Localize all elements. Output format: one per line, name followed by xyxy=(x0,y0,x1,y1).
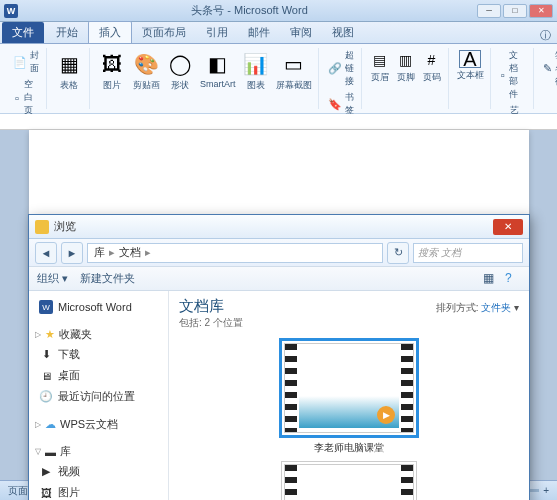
chart-button[interactable]: 📊图表 xyxy=(240,48,272,94)
maximize-button[interactable]: □ xyxy=(503,4,527,18)
dialog-nav: ◄ ► 库▸ 文档▸ ↻ 搜索 文档 xyxy=(29,239,529,267)
quickparts-button[interactable]: ▫文档部件 xyxy=(497,48,529,102)
window-title: 头条号 - Microsoft Word xyxy=(22,3,477,18)
sidebar-favorites[interactable]: ▷★收藏夹 xyxy=(33,325,164,344)
screenshot-button[interactable]: ▭屏幕截图 xyxy=(274,48,314,94)
file-item[interactable] xyxy=(281,461,417,500)
dialog-titlebar: 浏览 ✕ xyxy=(29,215,529,239)
sidebar-pictures[interactable]: 🖼图片 xyxy=(33,482,164,500)
tab-mailings[interactable]: 邮件 xyxy=(238,22,280,43)
file-item[interactable]: ▶ 李老师电脑课堂 xyxy=(279,338,419,455)
dialog-title: 浏览 xyxy=(54,219,493,234)
ribbon-tabs: 文件 开始 插入 页面布局 引用 邮件 审阅 视图 ⓘ xyxy=(0,22,557,44)
refresh-button[interactable]: ↻ xyxy=(387,242,409,264)
shapes-button[interactable]: ◯形状 xyxy=(164,48,196,94)
sidebar-recent[interactable]: 🕘最近访问的位置 xyxy=(33,386,164,407)
newfolder-button[interactable]: 新建文件夹 xyxy=(80,271,135,286)
app-icon: W xyxy=(4,4,18,18)
sidebar-word[interactable]: WMicrosoft Word xyxy=(33,297,164,317)
sidebar-downloads[interactable]: ⬇下载 xyxy=(33,344,164,365)
zoom-in-icon[interactable]: + xyxy=(543,485,549,496)
help-button[interactable]: ? xyxy=(505,271,521,287)
view-button[interactable]: ▦ xyxy=(483,271,499,287)
header-button[interactable]: ▤页眉 xyxy=(368,48,392,86)
library-title: 文档库 xyxy=(179,297,243,316)
sidebar-wpscloud[interactable]: ▷☁WPS云文档 xyxy=(33,415,164,434)
smartart-button[interactable]: ◧SmartArt xyxy=(198,48,238,91)
minimize-button[interactable]: ─ xyxy=(477,4,501,18)
search-input[interactable]: 搜索 文档 xyxy=(413,243,523,263)
library-subtitle: 包括: 2 个位置 xyxy=(179,316,243,330)
breadcrumb[interactable]: 库▸ 文档▸ xyxy=(87,243,383,263)
textbox-button[interactable]: A文本框 xyxy=(455,48,486,84)
sidebar-desktop[interactable]: 🖥桌面 xyxy=(33,365,164,386)
blank-page-button[interactable]: ▫空白页 xyxy=(10,77,42,118)
help-icon[interactable]: ⓘ xyxy=(540,28,551,43)
pagenumber-button[interactable]: #页码 xyxy=(420,48,444,86)
cover-page-button[interactable]: 📄封面 xyxy=(10,48,42,76)
table-button[interactable]: ▦表格 xyxy=(53,48,85,94)
sort-by[interactable]: 排列方式: 文件夹 ▾ xyxy=(436,301,519,315)
sidebar-videos[interactable]: ▶视频 xyxy=(33,461,164,482)
tab-review[interactable]: 审阅 xyxy=(280,22,322,43)
dialog-toolbar: 组织 ▾ 新建文件夹 ▦ ? xyxy=(29,267,529,291)
dialog-sidebar: WMicrosoft Word ▷★收藏夹 ⬇下载 🖥桌面 🕘最近访问的位置 ▷… xyxy=(29,291,169,500)
browse-dialog: 浏览 ✕ ◄ ► 库▸ 文档▸ ↻ 搜索 文档 组织 ▾ 新建文件夹 ▦ ? W… xyxy=(28,214,530,500)
tab-file[interactable]: 文件 xyxy=(2,22,44,43)
hyperlink-button[interactable]: 🔗超链接 xyxy=(325,48,357,89)
folder-icon xyxy=(35,220,49,234)
close-button[interactable]: ✕ xyxy=(529,4,553,18)
footer-button[interactable]: ▥页脚 xyxy=(394,48,418,86)
window-titlebar: W 头条号 - Microsoft Word ─ □ ✕ xyxy=(0,0,557,22)
sidebar-libraries[interactable]: ▽▬库 xyxy=(33,442,164,461)
dialog-main: 文档库 包括: 2 个位置 排列方式: 文件夹 ▾ ▶ 李老师电脑课堂 xyxy=(169,291,529,500)
picture-button[interactable]: 🖼图片 xyxy=(96,48,128,94)
clipart-button[interactable]: 🎨剪贴画 xyxy=(130,48,162,94)
file-name: 李老师电脑课堂 xyxy=(279,438,419,455)
document-area: 学课堂，专门系统讲解电脑知识，软件使用技巧，欢迎关注。头条号：李老师电脑教学课堂… xyxy=(0,130,557,480)
tab-pagelayout[interactable]: 页面布局 xyxy=(132,22,196,43)
dialog-close-button[interactable]: ✕ xyxy=(493,219,523,235)
signature-button[interactable]: ✎签名行 xyxy=(540,48,557,89)
organize-button[interactable]: 组织 ▾ xyxy=(37,271,68,286)
tab-references[interactable]: 引用 xyxy=(196,22,238,43)
back-button[interactable]: ◄ xyxy=(35,242,57,264)
play-icon: ▶ xyxy=(377,406,395,424)
ribbon: 📄封面 ▫空白页 ┅分页 ▦表格 🖼图片 🎨剪贴画 ◯形状 ◧SmartArt … xyxy=(0,44,557,114)
tab-home[interactable]: 开始 xyxy=(46,22,88,43)
forward-button[interactable]: ► xyxy=(61,242,83,264)
tab-insert[interactable]: 插入 xyxy=(88,21,132,43)
tab-view[interactable]: 视图 xyxy=(322,22,364,43)
ruler xyxy=(0,114,557,130)
